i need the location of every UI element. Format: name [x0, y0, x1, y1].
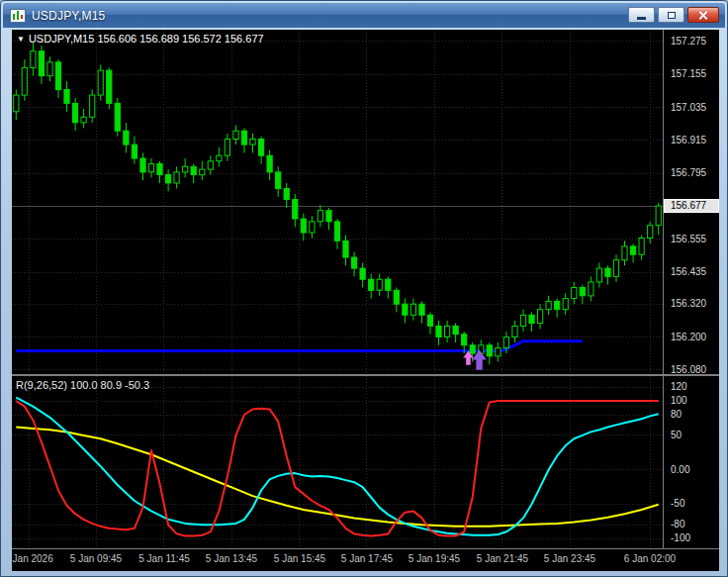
indicator-axis-label: -80: [671, 519, 684, 530]
main-chart[interactable]: [12, 30, 663, 374]
chart-window: USDJPY,M15 ▼USDJPY,M15 156.606 156.689 1…: [0, 0, 728, 577]
indicator-axis[interactable]: 12010080500.00-50-80-100: [664, 376, 719, 548]
price-axis-label: 157.155: [671, 68, 706, 80]
close-icon: [698, 10, 709, 21]
restore-icon: [668, 12, 676, 19]
window-controls: [628, 7, 719, 23]
time-axis-label: 5 Jan 09:45: [56, 553, 136, 564]
price-axis-label: 157.275: [671, 36, 706, 48]
price-axis-label: 156.200: [671, 332, 706, 343]
price-axis-label: 156.080: [671, 364, 706, 376]
indicator-axis-label: -50: [671, 498, 684, 510]
price-axis-label: 156.435: [671, 266, 706, 278]
chart-client-area: ▼USDJPY,M15 156.606 156.689 156.572 156.…: [12, 30, 719, 571]
indicator-axis-label: 100: [671, 395, 687, 407]
time-axis-label: 5 Jan 19:45: [395, 553, 474, 564]
indicator-label: R(9,26,52) 100.0 80.9 -50.3: [16, 379, 149, 391]
window-title: USDJPY,M15: [32, 9, 105, 23]
indicator-axis-label: 0.00: [671, 464, 689, 476]
chart-ohlc-readout: ▼USDJPY,M15 156.606 156.689 156.572 156.…: [17, 33, 264, 45]
indicator-axis-label: 120: [671, 381, 687, 393]
restore-button[interactable]: [658, 7, 684, 23]
time-axis[interactable]: 5 Jan 20265 Jan 09:455 Jan 11:455 Jan 13…: [12, 549, 719, 571]
price-axis-label: 156.555: [671, 234, 706, 245]
indicator-axis-label: 50: [671, 430, 682, 441]
pane-separator[interactable]: [12, 374, 719, 376]
chart-window-icon: [10, 9, 26, 23]
current-price-tag: 156.677: [664, 199, 719, 213]
price-axis-label: 157.035: [671, 102, 706, 114]
price-axis-label: 156.795: [671, 167, 706, 179]
ohlc-text: USDJPY,M15 156.606 156.689 156.572 156.6…: [29, 33, 264, 45]
minimize-icon: [637, 17, 646, 20]
indicator-axis-label: -100: [671, 532, 690, 544]
time-axis-label: 5 Jan 13:45: [192, 553, 271, 564]
indicator-axis-label: 80: [671, 409, 682, 421]
minimize-button[interactable]: [628, 7, 655, 23]
title-bar[interactable]: USDJPY,M15: [3, 3, 725, 28]
collapse-arrow-icon[interactable]: ▼: [17, 35, 25, 44]
price-axis-label: 156.915: [671, 135, 706, 146]
price-axis-label: 156.320: [671, 298, 706, 310]
close-button[interactable]: [687, 7, 719, 23]
indicator-pane[interactable]: [12, 376, 663, 548]
time-axis-label: 6 Jan 02:00: [610, 553, 689, 564]
time-axis-label: 5 Jan 23:45: [530, 553, 609, 564]
